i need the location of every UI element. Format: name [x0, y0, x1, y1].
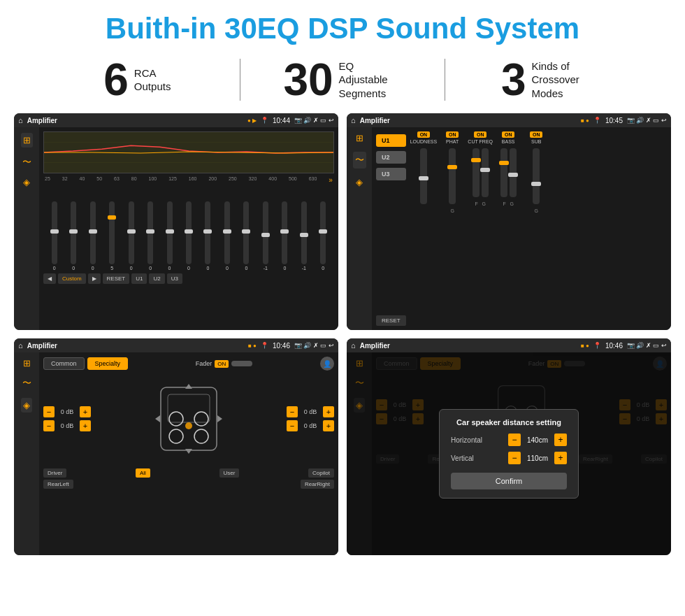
eq-thumb-14[interactable] — [300, 233, 308, 237]
bass-g-slider[interactable] — [510, 148, 517, 197]
eq-track-10[interactable] — [224, 201, 230, 264]
time-4: 10:46 — [605, 342, 623, 350]
eq-thumb-6[interactable] — [146, 229, 154, 234]
eq-thumb-15[interactable] — [319, 229, 327, 234]
eq-thumb-9[interactable] — [203, 229, 212, 234]
prev-button[interactable]: ◀ — [43, 273, 56, 284]
left-sidebar-2: ⊞ 〜 ◈ — [347, 127, 372, 330]
eq-track-12[interactable] — [263, 201, 268, 264]
eq-thumb-2[interactable] — [69, 229, 78, 234]
horizontal-minus-btn[interactable]: − — [508, 434, 521, 446]
eq-col-9: 0 — [199, 201, 217, 271]
speaker-icon[interactable]: ◈ — [23, 177, 30, 187]
eq-track-9[interactable] — [205, 201, 210, 264]
plus-btn-2[interactable]: + — [80, 420, 91, 431]
bass-f-slider[interactable] — [500, 148, 507, 197]
eq-track-3[interactable] — [90, 201, 96, 264]
driver-btn[interactable]: Driver — [43, 468, 66, 478]
status-bar-3: ⌂ Amplifier ■ ● 📍 10:46 📷 🔊 ✗ ▭ ↩ — [14, 338, 338, 352]
home-icon-3[interactable]: ⌂ — [18, 341, 23, 350]
eq-icon[interactable]: ⊞ — [21, 133, 33, 148]
u3-select[interactable]: U3 — [376, 168, 406, 180]
eq-thumb-11[interactable] — [242, 229, 250, 234]
u2-button[interactable]: U2 — [149, 273, 164, 284]
horizontal-plus-btn[interactable]: + — [554, 434, 567, 446]
user-btn[interactable]: User — [219, 468, 240, 478]
eq-thumb-10[interactable] — [223, 229, 231, 234]
eq-icon-2[interactable]: ⊞ — [356, 133, 363, 143]
phat-on[interactable]: ON — [446, 131, 459, 138]
rearright-btn[interactable]: RearRight — [301, 480, 334, 489]
plus-btn-3[interactable]: + — [323, 406, 334, 417]
u1-button[interactable]: U1 — [131, 273, 147, 284]
wave-icon[interactable]: 〜 — [22, 156, 31, 169]
reset-button[interactable]: RESET — [103, 273, 130, 284]
sub-on[interactable]: ON — [530, 131, 543, 138]
stat-rca-number: 6 — [103, 57, 129, 102]
loudness-on[interactable]: ON — [417, 131, 431, 138]
eq-thumb-1[interactable] — [50, 229, 59, 234]
eq-track-15[interactable] — [320, 201, 326, 264]
cutfreq-f-slider[interactable] — [473, 148, 480, 197]
eq-thumb-13[interactable] — [280, 229, 289, 234]
eq-thumb-12[interactable] — [261, 233, 270, 237]
minus-btn-2[interactable]: − — [43, 420, 55, 431]
fader-on-badge[interactable]: ON — [215, 360, 229, 368]
common-tab[interactable]: Common — [43, 357, 85, 370]
eq-track-7[interactable] — [167, 201, 173, 264]
confirm-button[interactable]: Confirm — [451, 473, 567, 489]
bass-on[interactable]: ON — [502, 131, 515, 138]
minus-btn-4[interactable]: − — [287, 420, 298, 431]
cutfreq-on[interactable]: ON — [474, 131, 487, 138]
avatar[interactable]: 👤 — [320, 357, 334, 371]
eq-col-3: 0 — [83, 201, 102, 271]
eq-thumb-3[interactable] — [89, 229, 97, 234]
eq-track-2[interactable] — [71, 201, 76, 264]
wave-icon-2[interactable]: 〜 — [353, 152, 366, 169]
u2-select[interactable]: U2 — [376, 151, 406, 164]
eq-track-14[interactable] — [301, 201, 307, 264]
vertical-plus-btn[interactable]: + — [554, 452, 567, 464]
eq-main: 2532405063 80100125160200 25032040050063… — [39, 127, 338, 330]
minus-btn-1[interactable]: − — [43, 406, 55, 417]
eq-track-8[interactable] — [186, 201, 192, 264]
cutfreq-g-slider[interactable] — [482, 148, 489, 197]
plus-btn-1[interactable]: + — [80, 406, 91, 417]
copilot-btn[interactable]: Copilot — [308, 468, 334, 478]
eq-icon-3[interactable]: ⊞ — [23, 358, 31, 368]
u1-select[interactable]: U1 — [376, 134, 406, 147]
sub-slider[interactable] — [533, 148, 540, 204]
plus-btn-4[interactable]: + — [323, 420, 334, 431]
phat-label: PHAT — [446, 139, 459, 144]
rearleft-btn[interactable]: RearLeft — [43, 480, 73, 489]
vertical-minus-btn[interactable]: − — [508, 452, 521, 464]
fader-slider[interactable] — [231, 361, 252, 366]
home-icon[interactable]: ⌂ — [18, 116, 23, 124]
loudness-slider[interactable] — [420, 148, 427, 204]
eq-track-5[interactable] — [129, 201, 134, 264]
eq-thumb-4[interactable] — [108, 215, 116, 220]
home-icon-4[interactable]: ⌂ — [351, 341, 356, 350]
xover-reset-btn[interactable]: RESET — [376, 315, 406, 326]
next-button[interactable]: ▶ — [88, 273, 101, 284]
eq-thumb-5[interactable] — [127, 229, 136, 234]
eq-track-4[interactable] — [109, 201, 115, 264]
phat-slider[interactable] — [449, 148, 456, 204]
home-icon-2[interactable]: ⌂ — [351, 116, 356, 124]
minus-btn-3[interactable]: − — [287, 406, 298, 417]
eq-track-11[interactable] — [243, 201, 249, 264]
stat-crossover-number: 3 — [501, 57, 526, 102]
u3-button[interactable]: U3 — [167, 273, 182, 284]
speaker-icon-2[interactable]: ◈ — [356, 177, 363, 187]
eq-thumb-8[interactable] — [185, 229, 193, 234]
phat-g-label: G — [450, 208, 454, 213]
custom-button[interactable]: Custom — [58, 273, 86, 284]
eq-track-6[interactable] — [147, 201, 153, 264]
specialty-tab[interactable]: Specialty — [87, 357, 129, 370]
eq-track-1[interactable] — [52, 201, 57, 264]
all-btn[interactable]: All — [136, 468, 150, 478]
speaker-icon-3[interactable]: ◈ — [21, 398, 32, 413]
eq-track-13[interactable] — [282, 201, 287, 264]
wave-icon-3[interactable]: 〜 — [22, 377, 31, 389]
eq-thumb-7[interactable] — [166, 229, 174, 234]
